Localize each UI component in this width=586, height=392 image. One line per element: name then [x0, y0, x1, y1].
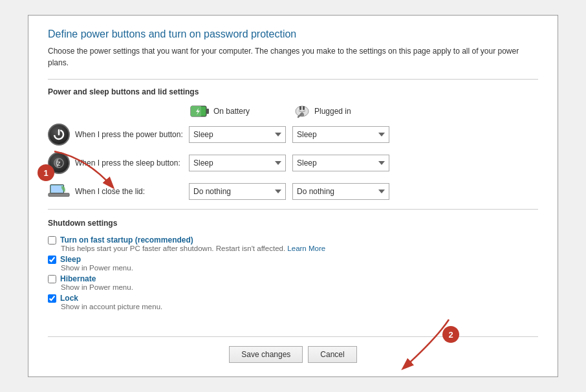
svg-rect-2: [206, 109, 209, 114]
cancel-button[interactable]: Cancel: [308, 346, 356, 363]
fast-startup-sublabel: This helps start your PC faster after sh…: [61, 245, 538, 252]
svg-rect-14: [49, 193, 69, 197]
fast-startup-checkbox[interactable]: [48, 236, 56, 245]
lock-checkbox-wrap: Lock: [48, 294, 538, 303]
hibernate-sublabel: Show in Power menu.: [61, 283, 538, 291]
column-headers: On battery Plugged in: [190, 104, 538, 118]
plug-icon: [294, 104, 310, 118]
hibernate-item: Hibernate Show in Power menu.: [48, 274, 538, 291]
save-button[interactable]: Save changes: [229, 346, 303, 363]
shutdown-section-header: Shutdown settings: [48, 219, 538, 228]
annotation-2: 2: [442, 326, 459, 343]
sleep-item: Sleep Show in Power menu.: [48, 255, 538, 272]
svg-rect-4: [299, 106, 301, 110]
hibernate-checkbox-wrap: Hibernate: [48, 274, 538, 283]
col-plugged-header: Plugged in: [294, 104, 397, 118]
battery-icon: [190, 104, 210, 118]
sleep-button-row: z When I press the sleep button: Sleep D…: [48, 152, 538, 174]
page-description: Choose the power settings that you want …: [48, 45, 538, 69]
col-plugged-label: Plugged in: [314, 107, 351, 116]
power-button-icon: [48, 124, 70, 146]
lock-checkbox[interactable]: [48, 294, 56, 303]
fast-startup-checkbox-wrap: Turn on fast startup (recommended): [48, 235, 538, 245]
sleep-checkbox[interactable]: [48, 256, 56, 264]
power-battery-dropdown[interactable]: Sleep Do nothing Hibernate Shut down: [189, 126, 286, 143]
sleep-button-label: When I press the sleep button:: [75, 158, 189, 168]
sleep-sublabel: Show in Power menu.: [61, 264, 538, 272]
footer: Save changes Cancel: [48, 336, 538, 363]
hibernate-label[interactable]: Hibernate: [60, 274, 96, 283]
sleep-plugged-dropdown[interactable]: Sleep Do nothing Hibernate Shut down: [292, 155, 389, 171]
power-button-row: When I press the power button: Sleep Do …: [48, 124, 538, 146]
power-plugged-dropdown[interactable]: Sleep Do nothing Hibernate Shut down: [292, 126, 389, 143]
sleep-battery-dropdown[interactable]: Sleep Do nothing Hibernate Shut down: [189, 155, 286, 171]
col-battery-label: On battery: [213, 107, 250, 116]
annotation-1: 1: [38, 164, 54, 181]
fast-startup-label[interactable]: Turn on fast startup (recommended): [60, 235, 193, 245]
section1-header: Power and sleep buttons and lid settings: [48, 87, 538, 96]
svg-text:z: z: [58, 160, 61, 167]
lock-sublabel: Show in account picture menu.: [61, 303, 538, 310]
learn-more-link[interactable]: Learn More: [287, 245, 325, 252]
main-window: 1 2 Define power buttons and turn on pas…: [28, 15, 558, 377]
lid-icon: [48, 180, 70, 202]
svg-rect-5: [303, 106, 305, 110]
lock-label[interactable]: Lock: [60, 294, 78, 303]
section-divider-1: [48, 79, 538, 80]
section-divider-2: [48, 209, 538, 210]
lock-item: Lock Show in account picture menu.: [48, 294, 538, 310]
sleep-checkbox-wrap: Sleep: [48, 255, 538, 264]
svg-rect-13: [51, 186, 63, 193]
power-button-label: When I press the power button:: [75, 130, 189, 139]
lid-plugged-dropdown[interactable]: Do nothing Sleep Hibernate Shut down: [292, 183, 389, 200]
fast-startup-item: Turn on fast startup (recommended) This …: [48, 235, 538, 252]
sleep-shutdown-label[interactable]: Sleep: [60, 255, 81, 264]
lid-label: When I close the lid:: [75, 187, 189, 196]
lid-row: When I close the lid: Do nothing Sleep H…: [48, 180, 538, 202]
lid-battery-dropdown[interactable]: Do nothing Sleep Hibernate Shut down: [189, 183, 286, 200]
page-title: Define power buttons and turn on passwor…: [48, 28, 538, 40]
shutdown-section: Shutdown settings Turn on fast startup (…: [48, 219, 538, 310]
hibernate-checkbox[interactable]: [48, 275, 56, 283]
col-battery-header: On battery: [190, 104, 294, 118]
svg-rect-1: [191, 106, 201, 116]
